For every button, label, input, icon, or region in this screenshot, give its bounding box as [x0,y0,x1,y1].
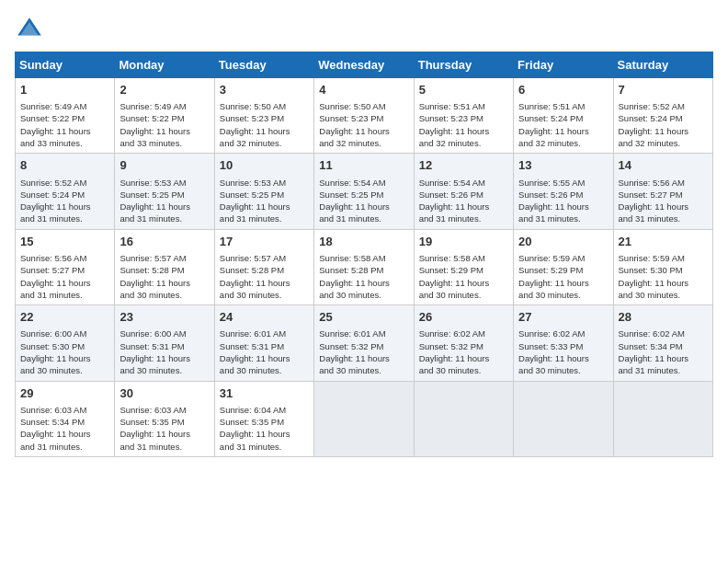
day-number: 2 [119,82,209,98]
day-info: Sunrise: 6:02 AMSunset: 5:33 PMDaylight:… [518,328,589,375]
calendar-cell: 10Sunrise: 5:53 AMSunset: 5:25 PMDayligh… [214,154,313,229]
day-number: 7 [619,82,708,98]
day-info: Sunrise: 5:55 AMSunset: 5:26 PMDaylight:… [518,178,589,224]
page-header [15,15,713,44]
calendar-cell: 31Sunrise: 6:04 AMSunset: 5:35 PMDayligh… [214,381,313,456]
calendar-cell: 1Sunrise: 5:49 AMSunset: 5:22 PMDaylight… [16,78,115,154]
day-number: 18 [319,234,408,250]
calendar-cell: 21Sunrise: 5:59 AMSunset: 5:30 PMDayligh… [613,229,712,304]
calendar-cell [613,381,712,456]
day-number: 8 [20,157,109,174]
calendar-week-row: 15Sunrise: 5:56 AMSunset: 5:27 PMDayligh… [16,229,713,304]
calendar-cell: 5Sunrise: 5:51 AMSunset: 5:23 PMDaylight… [414,78,513,154]
calendar-cell: 26Sunrise: 6:02 AMSunset: 5:32 PMDayligh… [414,305,513,381]
day-info: Sunrise: 6:03 AMSunset: 5:35 PMDaylight:… [119,405,190,452]
calendar-cell [414,381,513,456]
day-info: Sunrise: 5:52 AMSunset: 5:24 PMDaylight:… [20,178,91,224]
day-number: 6 [518,82,608,98]
calendar-cell: 23Sunrise: 6:00 AMSunset: 5:31 PMDayligh… [115,305,214,381]
col-header-monday: Monday [115,52,214,78]
calendar-cell: 7Sunrise: 5:52 AMSunset: 5:24 PMDaylight… [613,78,712,154]
day-number: 17 [220,234,309,250]
calendar-cell: 2Sunrise: 5:49 AMSunset: 5:22 PMDaylight… [115,78,214,154]
calendar-header-row: SundayMondayTuesdayWednesdayThursdayFrid… [16,52,713,78]
day-info: Sunrise: 5:51 AMSunset: 5:23 PMDaylight:… [419,101,490,148]
day-number: 13 [518,157,608,174]
calendar-cell: 22Sunrise: 6:00 AMSunset: 5:30 PMDayligh… [16,305,115,381]
calendar-cell: 20Sunrise: 5:59 AMSunset: 5:29 PMDayligh… [514,229,613,304]
calendar-cell: 28Sunrise: 6:02 AMSunset: 5:34 PMDayligh… [613,305,712,381]
day-number: 15 [20,234,109,250]
day-number: 10 [220,157,309,174]
calendar-cell: 25Sunrise: 6:01 AMSunset: 5:32 PMDayligh… [314,305,414,381]
day-number: 30 [119,385,209,402]
day-number: 29 [20,385,109,402]
day-number: 3 [220,82,309,98]
calendar-week-row: 1Sunrise: 5:49 AMSunset: 5:22 PMDaylight… [16,78,713,154]
day-info: Sunrise: 5:50 AMSunset: 5:23 PMDaylight:… [220,101,290,148]
day-info: Sunrise: 5:59 AMSunset: 5:30 PMDaylight:… [619,253,689,300]
day-number: 12 [419,157,508,174]
day-info: Sunrise: 5:53 AMSunset: 5:25 PMDaylight:… [220,178,290,224]
day-number: 22 [20,309,109,326]
calendar-cell: 30Sunrise: 6:03 AMSunset: 5:35 PMDayligh… [115,381,214,456]
calendar-cell: 9Sunrise: 5:53 AMSunset: 5:25 PMDaylight… [115,154,214,229]
day-info: Sunrise: 6:04 AMSunset: 5:35 PMDaylight:… [220,405,290,452]
day-info: Sunrise: 6:01 AMSunset: 5:31 PMDaylight:… [220,328,290,375]
day-number: 27 [518,309,608,326]
day-info: Sunrise: 5:56 AMSunset: 5:27 PMDaylight:… [20,253,91,300]
calendar-cell: 11Sunrise: 5:54 AMSunset: 5:25 PMDayligh… [314,154,414,229]
calendar-cell: 24Sunrise: 6:01 AMSunset: 5:31 PMDayligh… [214,305,313,381]
calendar-cell: 27Sunrise: 6:02 AMSunset: 5:33 PMDayligh… [514,305,613,381]
day-info: Sunrise: 5:58 AMSunset: 5:29 PMDaylight:… [419,253,490,300]
day-info: Sunrise: 6:03 AMSunset: 5:34 PMDaylight:… [20,405,91,452]
calendar-cell: 3Sunrise: 5:50 AMSunset: 5:23 PMDaylight… [214,78,313,154]
day-info: Sunrise: 6:00 AMSunset: 5:30 PMDaylight:… [20,328,91,375]
day-info: Sunrise: 5:49 AMSunset: 5:22 PMDaylight:… [119,101,190,148]
day-info: Sunrise: 5:59 AMSunset: 5:29 PMDaylight:… [518,253,589,300]
day-info: Sunrise: 5:54 AMSunset: 5:25 PMDaylight:… [319,178,390,224]
day-number: 11 [319,157,408,174]
calendar-week-row: 29Sunrise: 6:03 AMSunset: 5:34 PMDayligh… [16,381,713,456]
day-number: 21 [619,234,708,250]
calendar-week-row: 8Sunrise: 5:52 AMSunset: 5:24 PMDaylight… [16,154,713,229]
calendar-cell [514,381,613,456]
col-header-sunday: Sunday [16,52,115,78]
day-number: 1 [20,82,109,98]
calendar-cell: 15Sunrise: 5:56 AMSunset: 5:27 PMDayligh… [16,229,115,304]
day-number: 14 [619,157,708,174]
calendar-cell [314,381,414,456]
day-info: Sunrise: 5:51 AMSunset: 5:24 PMDaylight:… [518,101,589,148]
calendar-cell: 8Sunrise: 5:52 AMSunset: 5:24 PMDaylight… [16,154,115,229]
logo-icon [15,15,44,44]
col-header-saturday: Saturday [613,52,712,78]
calendar-cell: 12Sunrise: 5:54 AMSunset: 5:26 PMDayligh… [414,154,513,229]
calendar-cell: 16Sunrise: 5:57 AMSunset: 5:28 PMDayligh… [115,229,214,304]
day-info: Sunrise: 6:02 AMSunset: 5:32 PMDaylight:… [419,328,490,375]
logo [15,15,48,44]
day-number: 26 [419,309,508,326]
calendar-cell: 4Sunrise: 5:50 AMSunset: 5:23 PMDaylight… [314,78,414,154]
day-number: 9 [119,157,209,174]
day-number: 23 [119,309,209,326]
col-header-wednesday: Wednesday [314,52,414,78]
col-header-friday: Friday [514,52,613,78]
day-number: 16 [119,234,209,250]
calendar-cell: 13Sunrise: 5:55 AMSunset: 5:26 PMDayligh… [514,154,613,229]
calendar-cell: 6Sunrise: 5:51 AMSunset: 5:24 PMDaylight… [514,78,613,154]
calendar-cell: 18Sunrise: 5:58 AMSunset: 5:28 PMDayligh… [314,229,414,304]
day-info: Sunrise: 5:57 AMSunset: 5:28 PMDaylight:… [119,253,190,300]
col-header-tuesday: Tuesday [214,52,313,78]
day-info: Sunrise: 5:52 AMSunset: 5:24 PMDaylight:… [619,101,689,148]
day-info: Sunrise: 5:56 AMSunset: 5:27 PMDaylight:… [619,178,689,224]
day-number: 5 [419,82,508,98]
day-info: Sunrise: 5:53 AMSunset: 5:25 PMDaylight:… [119,178,190,224]
day-number: 4 [319,82,408,98]
day-info: Sunrise: 5:57 AMSunset: 5:28 PMDaylight:… [220,253,290,300]
calendar-week-row: 22Sunrise: 6:00 AMSunset: 5:30 PMDayligh… [16,305,713,381]
day-info: Sunrise: 6:00 AMSunset: 5:31 PMDaylight:… [119,328,190,375]
day-info: Sunrise: 5:49 AMSunset: 5:22 PMDaylight:… [20,101,91,148]
calendar-table: SundayMondayTuesdayWednesdayThursdayFrid… [15,52,713,457]
day-info: Sunrise: 6:02 AMSunset: 5:34 PMDaylight:… [619,328,689,375]
day-info: Sunrise: 6:01 AMSunset: 5:32 PMDaylight:… [319,328,390,375]
